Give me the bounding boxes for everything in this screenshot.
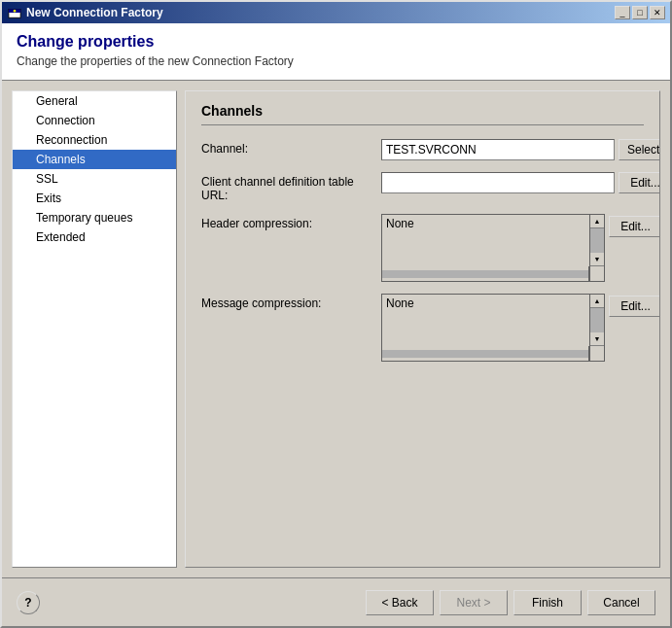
footer-left: ? — [17, 591, 40, 614]
footer-buttons: < Back Next > Finish Cancel — [366, 590, 655, 615]
header-compression-text: None — [381, 214, 589, 266]
header-compression-control: None ▲ ▼ — [381, 214, 660, 282]
sidebar: General Connection Reconnection Channels… — [12, 90, 177, 568]
sidebar-item-general[interactable]: General — [13, 91, 176, 111]
header-compression-vscroll-track — [590, 228, 604, 253]
header-compression-scroll-down[interactable]: ▼ — [590, 253, 604, 266]
channel-input[interactable] — [381, 139, 615, 160]
next-button[interactable]: Next > — [440, 590, 508, 615]
message-compression-vscroll: ▲ ▼ — [589, 294, 605, 346]
message-compression-control: None ▲ ▼ — [381, 294, 660, 362]
sidebar-item-extended[interactable]: Extended — [13, 227, 176, 247]
header: Change properties Change the properties … — [2, 23, 670, 81]
main-content: General Connection Reconnection Channels… — [2, 81, 670, 577]
header-compression-label: Header compression: — [201, 214, 381, 230]
message-compression-hscroll-track — [382, 350, 588, 358]
titlebar: New Connection Factory _ □ ✕ — [2, 2, 670, 23]
message-compression-scroll-down[interactable]: ▼ — [590, 332, 604, 346]
channel-select-button[interactable]: Select... — [619, 139, 660, 160]
page-subtitle: Change the properties of the new Connect… — [17, 54, 655, 68]
sidebar-item-ssl[interactable]: SSL — [13, 169, 176, 189]
close-button[interactable]: ✕ — [650, 6, 665, 19]
message-compression-label: Message compression: — [201, 294, 381, 310]
message-compression-composite: None ▲ ▼ — [381, 294, 605, 362]
ccdt-url-label: Client channel definition table URL: — [201, 172, 381, 202]
header-compression-hscroll-corner — [589, 266, 605, 282]
sidebar-item-reconnection[interactable]: Reconnection — [13, 130, 176, 150]
footer: ? < Back Next > Finish Cancel — [2, 577, 670, 626]
panel-title: Channels — [201, 103, 644, 125]
titlebar-controls: _ □ ✕ — [615, 6, 665, 19]
help-button[interactable]: ? — [17, 591, 40, 614]
header-compression-composite: None ▲ ▼ — [381, 214, 605, 282]
ccdt-url-input[interactable] — [381, 172, 615, 193]
header-compression-hscroll — [381, 266, 589, 282]
message-compression-vscroll-track — [590, 308, 604, 332]
channel-label: Channel: — [201, 139, 381, 156]
header-compression-vscroll: ▲ ▼ — [589, 214, 605, 266]
cancel-button[interactable]: Cancel — [587, 590, 655, 615]
sidebar-item-temporary-queues[interactable]: Temporary queues — [13, 208, 176, 227]
minimize-button[interactable]: _ — [615, 6, 630, 19]
back-button[interactable]: < Back — [366, 590, 434, 615]
message-compression-edit-button[interactable]: Edit... — [609, 296, 660, 317]
channel-control: Select... — [381, 139, 660, 160]
header-compression-row: Header compression: None ▲ ▼ — [201, 214, 644, 282]
header-compression-edit-button[interactable]: Edit... — [609, 216, 660, 237]
svg-point-2 — [14, 10, 17, 13]
page-title: Change properties — [17, 33, 655, 51]
message-compression-scroll-up[interactable]: ▲ — [590, 295, 604, 308]
sidebar-item-exits[interactable]: Exits — [13, 189, 176, 208]
channel-row: Channel: Select... — [201, 139, 644, 160]
main-window: New Connection Factory _ □ ✕ Change prop… — [0, 0, 672, 628]
ccdt-url-edit-button[interactable]: Edit... — [619, 172, 660, 193]
message-compression-hscroll — [381, 346, 589, 362]
window-icon — [7, 5, 22, 20]
right-panel: Channels Channel: Select... Client chann… — [185, 90, 660, 568]
sidebar-item-channels[interactable]: Channels — [13, 150, 176, 169]
ccdt-url-row: Client channel definition table URL: Edi… — [201, 172, 644, 202]
header-compression-hscroll-track — [382, 270, 588, 278]
header-compression-scroll-up[interactable]: ▲ — [590, 215, 604, 228]
window-title: New Connection Factory — [26, 6, 615, 19]
message-compression-hscroll-corner — [589, 346, 605, 362]
message-compression-row: Message compression: None ▲ ▼ — [201, 294, 644, 362]
ccdt-url-control: Edit... — [381, 172, 660, 193]
maximize-button[interactable]: □ — [632, 6, 648, 19]
finish-button[interactable]: Finish — [513, 590, 582, 615]
sidebar-item-connection[interactable]: Connection — [13, 111, 176, 130]
message-compression-text: None — [381, 294, 589, 346]
